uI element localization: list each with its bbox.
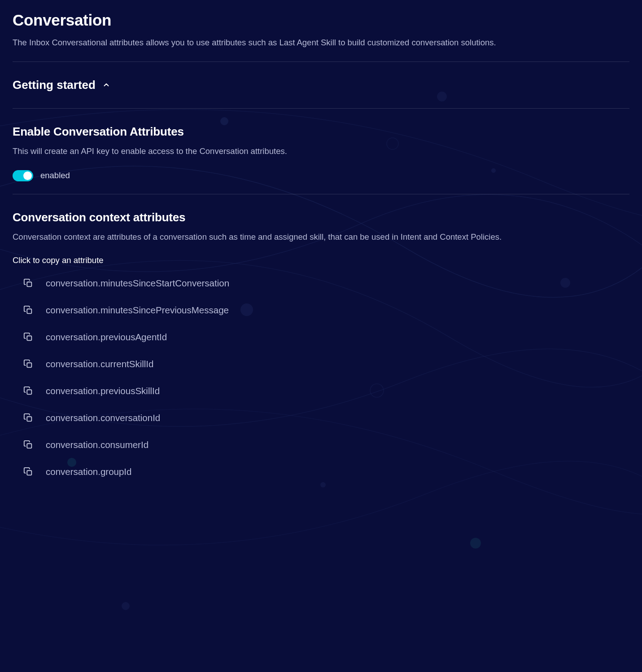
svg-rect-14: [27, 363, 31, 368]
svg-point-8: [122, 602, 130, 610]
attribute-item[interactable]: conversation.previousSkillId: [23, 386, 629, 396]
copy-icon: [23, 332, 33, 342]
attribute-item[interactable]: conversation.previousAgentId: [23, 332, 629, 343]
svg-rect-18: [27, 471, 31, 475]
copy-icon: [23, 278, 33, 288]
context-attributes-description: Conversation context are attributes of a…: [13, 231, 629, 243]
getting-started-header[interactable]: Getting started: [13, 62, 629, 108]
context-attributes-heading: Conversation context attributes: [13, 211, 629, 224]
attribute-text: conversation.previousSkillId: [46, 386, 160, 396]
enable-attributes-description: This will create an API key to enable ac…: [13, 145, 629, 158]
attribute-list: conversation.minutesSinceStartConversati…: [13, 278, 629, 477]
toggle-label: enabled: [40, 171, 70, 180]
svg-rect-12: [27, 309, 31, 314]
copy-icon: [23, 305, 33, 315]
svg-rect-17: [27, 444, 31, 448]
attribute-item[interactable]: conversation.groupId: [23, 466, 629, 477]
attribute-text: conversation.minutesSincePreviousMessage: [46, 305, 229, 316]
attribute-item[interactable]: conversation.minutesSinceStartConversati…: [23, 278, 629, 289]
divider: [13, 194, 629, 194]
svg-rect-16: [27, 417, 31, 422]
attribute-item[interactable]: conversation.currentSkillId: [23, 359, 629, 369]
attribute-item[interactable]: conversation.consumerId: [23, 439, 629, 450]
attribute-text: conversation.previousAgentId: [46, 332, 167, 343]
copy-icon: [23, 386, 33, 396]
page-subtitle: The Inbox Conversational attributes allo…: [13, 36, 629, 49]
copy-icon: [23, 440, 33, 450]
svg-rect-11: [27, 282, 31, 287]
attribute-text: conversation.minutesSinceStartConversati…: [46, 278, 229, 289]
attribute-text: conversation.conversationId: [46, 413, 160, 423]
attribute-item[interactable]: conversation.minutesSincePreviousMessage: [23, 305, 629, 316]
svg-rect-15: [27, 390, 31, 395]
enable-attributes-heading: Enable Conversation Attributes: [13, 125, 629, 139]
copy-icon: [23, 359, 33, 369]
enable-toggle[interactable]: [13, 170, 33, 181]
attribute-text: conversation.groupId: [46, 466, 131, 477]
attribute-item[interactable]: conversation.conversationId: [23, 413, 629, 423]
divider: [13, 108, 629, 109]
svg-rect-13: [27, 336, 31, 341]
getting-started-title: Getting started: [13, 78, 96, 92]
copy-icon: [23, 413, 33, 423]
attribute-text: conversation.consumerId: [46, 439, 148, 450]
copy-icon: [23, 467, 33, 477]
svg-point-7: [470, 538, 481, 549]
attribute-text: conversation.currentSkillId: [46, 359, 153, 369]
chevron-up-icon: [102, 80, 111, 89]
copy-instruction: Click to copy an attribute: [13, 255, 629, 265]
toggle-knob: [23, 171, 32, 180]
page-title: Conversation: [13, 11, 629, 29]
